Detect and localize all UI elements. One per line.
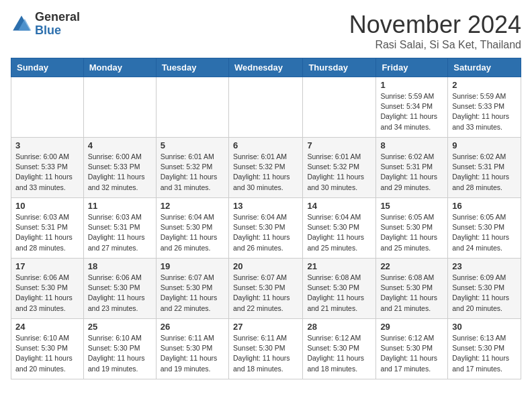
day-info: Sunrise: 6:07 AM Sunset: 5:30 PM Dayligh… [161,273,224,314]
weekday-header-wednesday: Wednesday [228,58,302,77]
calendar-cell: 15Sunrise: 6:05 AM Sunset: 5:30 PM Dayli… [376,198,448,259]
day-info: Sunrise: 6:00 AM Sunset: 5:33 PM Dayligh… [15,152,79,193]
day-number: 7 [307,140,371,150]
day-number: 30 [452,322,517,332]
day-info: Sunrise: 6:01 AM Sunset: 5:32 PM Dayligh… [161,152,224,193]
calendar-cell [303,77,376,138]
day-number: 16 [452,201,517,211]
calendar-cell: 28Sunrise: 6:12 AM Sunset: 5:30 PM Dayli… [303,319,376,379]
calendar-cell: 8Sunrise: 6:02 AM Sunset: 5:31 PM Daylig… [376,138,448,198]
day-info: Sunrise: 6:01 AM Sunset: 5:32 PM Dayligh… [233,152,298,193]
weekday-header-tuesday: Tuesday [156,58,228,77]
week-row-3: 17Sunrise: 6:06 AM Sunset: 5:30 PM Dayli… [11,259,521,319]
day-number: 17 [15,261,79,271]
calendar-cell: 24Sunrise: 6:10 AM Sunset: 5:30 PM Dayli… [11,319,84,379]
weekday-header-saturday: Saturday [448,58,521,77]
day-number: 11 [88,201,152,211]
day-info: Sunrise: 6:10 AM Sunset: 5:30 PM Dayligh… [88,333,152,374]
weekday-header-row: SundayMondayTuesdayWednesdayThursdayFrid… [11,58,521,77]
calendar-cell [228,77,302,138]
day-number: 6 [233,140,298,150]
day-number: 26 [161,322,224,332]
day-info: Sunrise: 6:12 AM Sunset: 5:30 PM Dayligh… [307,333,371,374]
day-number: 9 [452,140,517,150]
calendar-table: SundayMondayTuesdayWednesdayThursdayFrid… [11,58,521,379]
calendar-cell: 11Sunrise: 6:03 AM Sunset: 5:31 PM Dayli… [83,198,156,259]
calendar-cell: 1Sunrise: 5:59 AM Sunset: 5:34 PM Daylig… [376,77,448,138]
day-number: 20 [233,261,298,271]
calendar-cell: 9Sunrise: 6:02 AM Sunset: 5:31 PM Daylig… [448,138,521,198]
day-info: Sunrise: 6:02 AM Sunset: 5:31 PM Dayligh… [452,152,517,193]
month-title: November 2024 [349,11,521,39]
calendar-cell: 30Sunrise: 6:13 AM Sunset: 5:30 PM Dayli… [448,319,521,379]
calendar-cell: 19Sunrise: 6:07 AM Sunset: 5:30 PM Dayli… [156,259,228,319]
day-number: 5 [161,140,224,150]
calendar-cell: 18Sunrise: 6:06 AM Sunset: 5:30 PM Dayli… [83,259,156,319]
logo-icon [11,13,32,35]
logo-general-text: General [35,11,80,24]
day-info: Sunrise: 6:04 AM Sunset: 5:30 PM Dayligh… [161,212,224,253]
day-number: 8 [380,140,443,150]
day-number: 23 [452,261,517,271]
day-info: Sunrise: 6:11 AM Sunset: 5:30 PM Dayligh… [233,333,298,374]
day-info: Sunrise: 6:01 AM Sunset: 5:32 PM Dayligh… [307,152,371,193]
day-info: Sunrise: 6:06 AM Sunset: 5:30 PM Dayligh… [88,273,152,314]
logo-blue-text: Blue [35,24,80,38]
day-info: Sunrise: 6:04 AM Sunset: 5:30 PM Dayligh… [233,212,298,253]
calendar-cell: 13Sunrise: 6:04 AM Sunset: 5:30 PM Dayli… [228,198,302,259]
day-info: Sunrise: 6:05 AM Sunset: 5:30 PM Dayligh… [380,212,443,253]
location-title: Rasi Salai, Si Sa Ket, Thailand [349,39,521,51]
day-number: 24 [15,322,79,332]
calendar-cell: 4Sunrise: 6:00 AM Sunset: 5:33 PM Daylig… [83,138,156,198]
calendar-cell [156,77,228,138]
calendar-cell: 12Sunrise: 6:04 AM Sunset: 5:30 PM Dayli… [156,198,228,259]
week-row-2: 10Sunrise: 6:03 AM Sunset: 5:31 PM Dayli… [11,198,521,259]
logo: General Blue [11,11,80,38]
day-info: Sunrise: 6:10 AM Sunset: 5:30 PM Dayligh… [15,333,79,374]
day-number: 25 [88,322,152,332]
calendar-cell: 25Sunrise: 6:10 AM Sunset: 5:30 PM Dayli… [83,319,156,379]
calendar-cell: 16Sunrise: 6:05 AM Sunset: 5:30 PM Dayli… [448,198,521,259]
page-header: General Blue November 2024 Rasi Salai, S… [11,11,521,51]
calendar-cell: 20Sunrise: 6:07 AM Sunset: 5:30 PM Dayli… [228,259,302,319]
day-info: Sunrise: 6:03 AM Sunset: 5:31 PM Dayligh… [88,212,152,253]
day-number: 4 [88,140,152,150]
day-info: Sunrise: 5:59 AM Sunset: 5:34 PM Dayligh… [380,91,443,132]
day-number: 13 [233,201,298,211]
calendar-cell: 21Sunrise: 6:08 AM Sunset: 5:30 PM Dayli… [303,259,376,319]
calendar-cell: 7Sunrise: 6:01 AM Sunset: 5:32 PM Daylig… [303,138,376,198]
day-info: Sunrise: 6:00 AM Sunset: 5:33 PM Dayligh… [88,152,152,193]
day-number: 22 [380,261,443,271]
day-number: 27 [233,322,298,332]
day-number: 18 [88,261,152,271]
day-number: 10 [15,201,79,211]
day-info: Sunrise: 5:59 AM Sunset: 5:33 PM Dayligh… [452,91,517,132]
day-info: Sunrise: 6:13 AM Sunset: 5:30 PM Dayligh… [452,333,517,374]
calendar-cell [83,77,156,138]
week-row-4: 24Sunrise: 6:10 AM Sunset: 5:30 PM Dayli… [11,319,521,379]
day-info: Sunrise: 6:08 AM Sunset: 5:30 PM Dayligh… [380,273,443,314]
day-info: Sunrise: 6:11 AM Sunset: 5:30 PM Dayligh… [161,333,224,374]
day-number: 19 [161,261,224,271]
calendar-cell: 2Sunrise: 5:59 AM Sunset: 5:33 PM Daylig… [448,77,521,138]
day-number: 21 [307,261,371,271]
day-info: Sunrise: 6:06 AM Sunset: 5:30 PM Dayligh… [15,273,79,314]
day-info: Sunrise: 6:02 AM Sunset: 5:31 PM Dayligh… [380,152,443,193]
day-info: Sunrise: 6:05 AM Sunset: 5:30 PM Dayligh… [452,212,517,253]
day-info: Sunrise: 6:12 AM Sunset: 5:30 PM Dayligh… [380,333,443,374]
day-info: Sunrise: 6:08 AM Sunset: 5:30 PM Dayligh… [307,273,371,314]
calendar-cell: 17Sunrise: 6:06 AM Sunset: 5:30 PM Dayli… [11,259,84,319]
day-number: 12 [161,201,224,211]
weekday-header-friday: Friday [376,58,448,77]
weekday-header-sunday: Sunday [11,58,84,77]
calendar-cell [11,77,84,138]
day-number: 15 [380,201,443,211]
day-info: Sunrise: 6:09 AM Sunset: 5:30 PM Dayligh… [452,273,517,314]
day-number: 2 [452,80,517,90]
day-info: Sunrise: 6:03 AM Sunset: 5:31 PM Dayligh… [15,212,79,253]
calendar-cell: 23Sunrise: 6:09 AM Sunset: 5:30 PM Dayli… [448,259,521,319]
day-number: 29 [380,322,443,332]
calendar-cell: 5Sunrise: 6:01 AM Sunset: 5:32 PM Daylig… [156,138,228,198]
day-info: Sunrise: 6:07 AM Sunset: 5:30 PM Dayligh… [233,273,298,314]
calendar-cell: 22Sunrise: 6:08 AM Sunset: 5:30 PM Dayli… [376,259,448,319]
